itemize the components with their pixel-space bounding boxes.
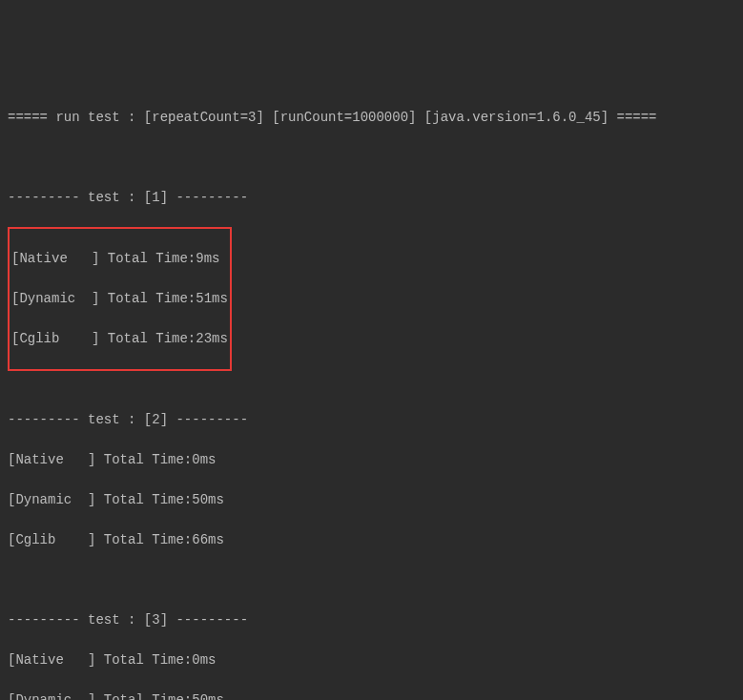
result-line: [Cglib ] Total Time:23ms xyxy=(11,329,228,349)
test-header: --------- test : [2] --------- xyxy=(8,410,735,430)
result-line: [Native ] Total Time:0ms xyxy=(8,450,735,470)
result-line: [Cglib ] Total Time:66ms xyxy=(8,530,735,550)
result-line: [Native ] Total Time:0ms xyxy=(8,650,735,670)
blank-line xyxy=(8,570,735,590)
test-header: --------- test : [1] --------- xyxy=(8,188,735,208)
run-header-1: ===== run test : [repeatCount=3] [runCou… xyxy=(8,108,735,128)
blank-line xyxy=(8,148,735,168)
result-line: [Dynamic ] Total Time:51ms xyxy=(11,289,228,309)
test-header: --------- test : [3] --------- xyxy=(8,610,735,630)
result-line: [Dynamic ] Total Time:50ms xyxy=(8,490,735,510)
result-line: [Dynamic ] Total Time:50ms xyxy=(8,690,735,700)
result-line: [Native ] Total Time:9ms xyxy=(11,249,228,269)
highlighted-region-1: [Native ] Total Time:9ms [Dynamic ] Tota… xyxy=(8,227,232,371)
blank-line xyxy=(8,370,735,390)
console-output: ===== run test : [repeatCount=3] [runCou… xyxy=(8,88,735,700)
